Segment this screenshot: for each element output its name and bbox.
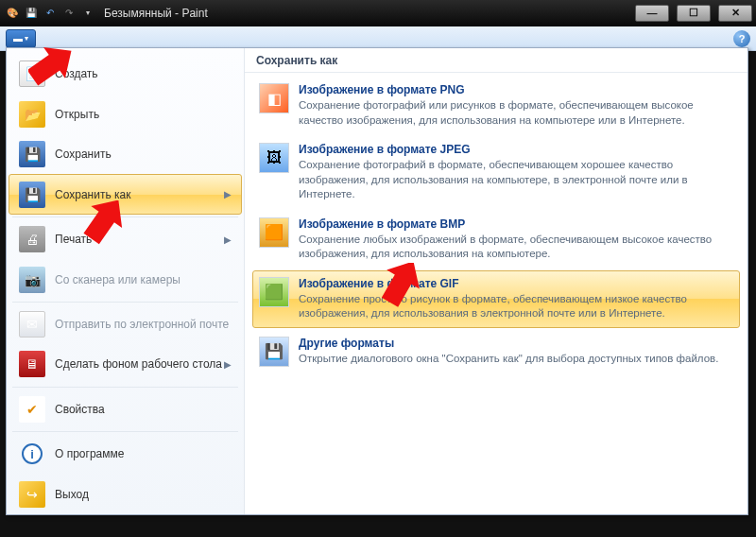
subitem-title: Изображение в формате PNG: [299, 83, 733, 96]
subitem-desc: Открытие диалогового окна "Сохранить как…: [299, 352, 718, 367]
jpeg-icon: 🖼: [259, 143, 289, 173]
close-button[interactable]: ✕: [718, 5, 752, 22]
app-icon[interactable]: 🎨: [4, 5, 21, 22]
menu-item-label: Выход: [55, 488, 89, 501]
properties-icon: ✔: [19, 396, 45, 423]
menu-item-label: Сохранить: [55, 147, 112, 161]
annotation-arrow-2: [81, 200, 138, 257]
submenu-arrow-icon: ▶: [224, 189, 232, 199]
exit-icon: ↪: [19, 481, 45, 508]
menu-item-email: ✉ Отправить по электронной почте: [9, 304, 242, 344]
svg-marker-0: [28, 45, 82, 94]
menu-item-set-desktop[interactable]: 🖥 Сделать фоном рабочего стола ▶: [9, 344, 242, 384]
subitem-title: Изображение в формате BMP: [299, 217, 733, 231]
submenu-arrow-icon: ▶: [224, 234, 232, 245]
menu-item-label: Со сканера или камеры: [55, 273, 180, 286]
save-as-jpeg[interactable]: 🖼 Изображение в формате JPEG Сохранение …: [252, 136, 740, 209]
subitem-desc: Сохранение простого рисунок в формате, о…: [299, 292, 733, 321]
mail-icon: ✉: [19, 311, 45, 338]
annotation-arrow-3: [378, 263, 435, 329]
menu-item-about[interactable]: i О программе: [9, 434, 242, 474]
menu-separator: [12, 431, 238, 432]
titlebar: 🎨 💾 ↶ ↷ ▾ Безымянный - Paint — ☐ ✕: [0, 0, 756, 26]
other-formats-icon: 💾: [259, 337, 289, 367]
svg-marker-1: [81, 200, 134, 250]
menu-separator: [12, 302, 238, 303]
qat-undo-icon[interactable]: ↶: [42, 5, 59, 22]
file-menu-right-pane: Сохранить как ◧ Изображение в формате PN…: [245, 48, 747, 514]
scanner-icon: 📷: [19, 267, 45, 293]
subitem-desc: Сохранение фотографий в формате, обеспеч…: [299, 158, 733, 202]
qat-customize-icon[interactable]: ▾: [79, 5, 96, 22]
menu-item-exit[interactable]: ↪ Выход: [9, 475, 242, 514]
annotation-arrow-1: [28, 45, 85, 102]
menu-item-label: Открыть: [55, 108, 99, 121]
qat-save-icon[interactable]: 💾: [23, 5, 40, 22]
desktop-bg-icon: 🖥: [19, 351, 45, 377]
bmp-icon: 🟧: [259, 217, 289, 248]
quick-access-toolbar: 🎨 💾 ↶ ↷ ▾: [4, 5, 96, 22]
help-button[interactable]: ?: [733, 30, 750, 47]
menu-item-label: Сохранить как: [55, 188, 130, 201]
about-icon: i: [22, 443, 43, 464]
subitem-desc: Сохранение фотографий или рисунков в фор…: [299, 98, 733, 128]
menu-item-label: Сделать фоном рабочего стола: [55, 357, 222, 371]
gif-icon: 🟩: [259, 277, 289, 307]
window-title: Безымянный - Paint: [104, 7, 635, 20]
menu-item-label: О программе: [55, 447, 124, 460]
file-menu-left-pane: 📄 Создать 📂 Открыть 💾 Сохранить 💾 Сохран…: [7, 48, 245, 514]
subitem-title: Изображение в формате GIF: [299, 277, 733, 290]
save-as-other[interactable]: 💾 Другие форматы Открытие диалогового ок…: [252, 330, 740, 373]
file-menu-dropdown: 📄 Создать 📂 Открыть 💾 Сохранить 💾 Сохран…: [6, 47, 748, 515]
menu-separator: [12, 387, 238, 388]
minimize-button[interactable]: —: [635, 5, 669, 22]
menu-item-properties[interactable]: ✔ Свойства: [9, 390, 242, 429]
subitem-desc: Сохранение любых изображений в формате, …: [299, 233, 733, 262]
svg-marker-2: [378, 263, 430, 312]
save-as-panel-header: Сохранить как: [245, 48, 747, 73]
qat-redo-icon[interactable]: ↷: [60, 5, 77, 22]
subitem-title: Другие форматы: [299, 337, 718, 350]
save-as-bmp[interactable]: 🟧 Изображение в формате BMP Сохранение л…: [252, 211, 740, 268]
save-as-png[interactable]: ◧ Изображение в формате PNG Сохранение ф…: [252, 77, 740, 134]
menu-item-scan: 📷 Со сканера или камеры: [9, 259, 242, 299]
subitem-title: Изображение в формате JPEG: [299, 143, 733, 156]
save-as-gif[interactable]: 🟩 Изображение в формате GIF Сохранение п…: [252, 270, 740, 328]
png-icon: ◧: [259, 83, 289, 113]
submenu-arrow-icon: ▶: [224, 359, 232, 370]
save-icon: 💾: [19, 141, 45, 167]
menu-item-label: Отправить по электронной почте: [55, 318, 229, 331]
open-icon: 📂: [19, 101, 45, 128]
print-icon: 🖨: [19, 226, 45, 252]
maximize-button[interactable]: ☐: [677, 5, 711, 22]
menu-item-save[interactable]: 💾 Сохранить: [9, 134, 242, 174]
menu-item-label: Свойства: [55, 403, 105, 416]
save-as-icon: 💾: [19, 182, 45, 208]
